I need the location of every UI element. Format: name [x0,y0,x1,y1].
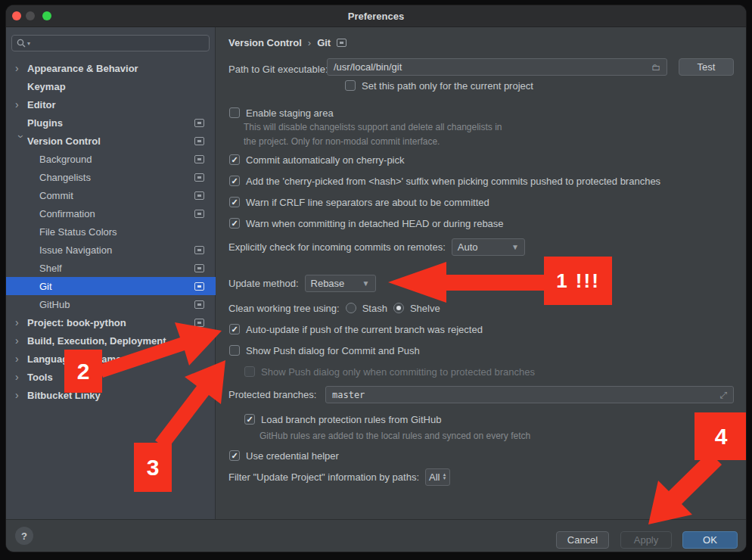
set-path-checkbox[interactable] [345,80,356,91]
update-method-dropdown[interactable]: Rebase ▼ [305,275,376,292]
chevron-right-icon[interactable]: › [15,317,27,328]
credential-checkbox[interactable] [229,450,240,461]
crlf-warn-checkbox[interactable] [229,197,240,207]
chevron-right-icon[interactable]: › [15,390,27,400]
cherry-suffix-checkbox[interactable] [229,176,240,186]
incoming-dropdown[interactable]: Auto ▼ [452,238,525,256]
protected-branches-field[interactable]: master ⤢ [325,386,734,403]
auto-update-checkbox[interactable] [229,324,240,334]
cancel-button[interactable]: Cancel [556,531,609,549]
sidebar-item-keymap[interactable]: Keymap [6,77,216,95]
project-settings-icon [194,155,204,163]
project-settings-icon [194,191,204,200]
sidebar-item-label: File Status Colors [39,226,117,238]
staging-row: Enable staging area [229,105,334,120]
expand-icon[interactable]: ⤢ [719,390,727,400]
staging-checkbox[interactable] [229,107,240,118]
shelve-radio[interactable] [393,303,404,313]
auto-update-row: Auto-update if push of the current branc… [229,322,483,337]
git-path-value: /usr/local/bin/git [334,61,402,73]
close-traffic-light-icon[interactable] [12,11,21,20]
sidebar-item-project-book-python[interactable]: ›Project: book-python [6,313,216,331]
chevron-right-icon[interactable]: › [15,335,27,346]
project-settings-icon [194,137,204,145]
cherry-suffix-row: Add the 'cherry-picked from <hash>' suff… [229,173,660,188]
git-path-field[interactable]: /usr/local/bin/git 🗀 [327,58,667,76]
project-settings-icon [194,210,204,218]
protected-branches-value: master [332,390,365,400]
sidebar-item-github[interactable]: GitHub [6,295,216,313]
sidebar-item-changelists[interactable]: Changelists [6,168,216,186]
sidebar-item-label: Git [39,281,52,292]
set-path-row: Set this path only for the current proje… [345,78,533,93]
protected-branches-label: Protected branches: [228,386,316,403]
sidebar-item-file-status-colors[interactable]: File Status Colors [6,222,216,241]
combo-arrows-icon: ▲▼ [442,473,446,481]
show-push-protected-checkbox[interactable] [244,366,255,377]
sidebar-item-background[interactable]: Background [6,150,216,168]
sidebar-item-label: Background [39,154,92,165]
search-input[interactable]: ▾ [11,35,210,51]
sidebar-item-label: Tools [27,372,53,383]
sidebar-item-label: Confirmation [39,208,95,219]
sidebar-item-confirmation[interactable]: Confirmation [6,204,216,222]
sidebar-item-issue-navigation[interactable]: Issue Navigation [6,241,216,259]
sidebar-item-languages-frameworks[interactable]: ›Languages & Frameworks [6,350,216,368]
sidebar-item-shelf[interactable]: Shelf [6,259,216,277]
show-push-protected-row: Show Push dialog only when committing to… [244,364,535,379]
chevron-down-icon: ▼ [362,279,370,288]
chevron-right-icon[interactable]: › [15,372,27,382]
help-button[interactable]: ? [15,527,33,545]
breadcrumb-parent[interactable]: Version Control [228,37,302,48]
search-options-caret-icon[interactable]: ▾ [27,40,30,47]
sidebar-item-version-control[interactable]: ›Version Control [6,132,216,150]
search-icon [17,39,26,48]
filter-paths-dropdown[interactable]: All ▲▼ [425,468,450,486]
sidebar-item-label: Editor [27,99,56,110]
git-settings-panel: Version Control › Git Path to Git execut… [216,27,746,519]
sidebar-item-editor[interactable]: ›Editor [6,95,216,114]
show-push-checkbox[interactable] [229,345,240,356]
sidebar-item-label: Project: book-python [27,317,126,328]
git-path-label: Path to Git executable: [228,61,328,78]
minimize-traffic-light-icon[interactable] [26,11,35,20]
project-settings-icon [194,282,204,291]
sidebar-item-appearance-behavior[interactable]: ›Appearance & Behavior [6,59,216,77]
dialog-footer: ? Cancel Apply OK [6,519,746,552]
sidebar-tree: ›Appearance & BehaviorKeymap›EditorPlugi… [6,59,216,404]
sidebar-item-label: Version Control [27,135,101,147]
test-button[interactable]: Test [679,58,734,76]
zoom-traffic-light-icon[interactable] [42,11,51,20]
settings-sidebar: ▾ ›Appearance & BehaviorKeymap›EditorPlu… [6,27,216,519]
sidebar-item-build-execution-deployment[interactable]: ›Build, Execution, Deployment [6,331,216,350]
load-rules-checkbox[interactable] [244,414,255,425]
ok-button[interactable]: OK [682,531,738,549]
chevron-down-icon: ▼ [511,243,519,251]
update-method-row: Update method: Rebase ▼ [228,275,376,291]
detached-warn-checkbox[interactable] [229,218,240,229]
sidebar-item-bitbucket-linky[interactable]: ›Bitbucket Linky [6,386,216,404]
folder-icon[interactable]: 🗀 [651,62,660,73]
show-push-row: Show Push dialog for Commit and Push [229,343,420,358]
commit-cherry-row: Commit automatically on cherry-pick [229,152,405,167]
project-settings-icon [194,300,204,309]
stash-radio[interactable] [346,303,356,313]
chevron-right-icon[interactable]: › [15,63,27,73]
clean-tree-row: Clean working tree using: Stash Shelve [228,300,440,316]
annotation-label-3: 3 [134,443,172,492]
sidebar-item-plugins[interactable]: Plugins [6,114,216,132]
project-settings-icon [337,39,346,47]
chevron-right-icon[interactable]: › [15,353,27,364]
chevron-right-icon[interactable]: › [15,99,27,110]
commit-cherry-checkbox[interactable] [229,154,240,165]
project-settings-icon [194,173,204,182]
apply-button[interactable]: Apply [620,531,672,549]
sidebar-item-tools[interactable]: ›Tools [6,368,216,386]
incoming-row: Explicitly check for incoming commits on… [228,239,525,254]
chevron-down-icon[interactable]: › [16,135,26,147]
annotation-label-4: 4 [695,412,746,460]
project-settings-icon [194,246,204,254]
sidebar-item-commit[interactable]: Commit [6,186,216,204]
sidebar-item-label: Shelf [39,263,62,274]
sidebar-item-git[interactable]: Git [6,277,216,295]
